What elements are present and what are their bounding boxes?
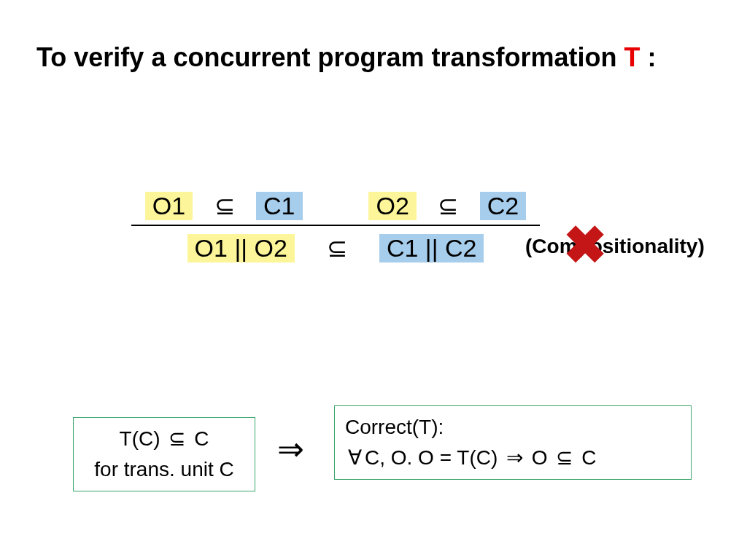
- inference-rule: O1 ⊆ C1 O2 ⊆ C2 O1 || O2 ⊆ C1 || C2: [131, 191, 540, 262]
- rule-line: [131, 225, 540, 226]
- text: C: [188, 427, 209, 450]
- term-c1: C1: [256, 192, 302, 220]
- box-correctness: Correct(T): ∀C, O. O = T(C) ⇒ O ⊆ C: [334, 405, 692, 480]
- rule-conclusion: O1 || O2 ⊆ C1 || C2: [131, 233, 540, 262]
- text: T(C): [120, 427, 166, 450]
- term-c2: C2: [480, 192, 526, 220]
- slide: To verify a concurrent program transform…: [0, 0, 747, 560]
- forall-icon: ∀: [345, 446, 365, 469]
- box-left-line2: for trans. unit C: [84, 454, 244, 485]
- subset-icon: ⊆: [166, 427, 188, 450]
- subset-icon: ⊆: [553, 446, 576, 469]
- title-suffix: :: [640, 42, 656, 72]
- box-right-line1: Correct(T):: [345, 412, 681, 443]
- term-o1o2: O1 || O2: [187, 234, 295, 262]
- slide-title: To verify a concurrent program transform…: [36, 42, 711, 73]
- text: C, O. O = T(C): [365, 446, 503, 469]
- title-prefix: To verify a concurrent program transform…: [36, 42, 624, 72]
- title-t: T: [624, 42, 640, 72]
- text: C: [576, 446, 596, 469]
- term-o2: O2: [368, 192, 416, 220]
- implies-icon: ⇒: [274, 430, 307, 468]
- box-right-line2: ∀C, O. O = T(C) ⇒ O ⊆ C: [345, 443, 681, 473]
- subset-icon: ⊆: [324, 233, 350, 262]
- rule-premises: O1 ⊆ C1 O2 ⊆ C2: [131, 191, 540, 223]
- term-c1c2: C1 || C2: [379, 234, 484, 262]
- box-premise: T(C) ⊆ C for trans. unit C: [73, 417, 255, 491]
- box-left-line1: T(C) ⊆ C: [84, 424, 244, 454]
- subset-icon: ⊆: [435, 191, 461, 220]
- subset-icon: ⊆: [212, 191, 238, 220]
- rule-label: (Compositionality): [525, 235, 705, 258]
- text: O: [526, 446, 553, 469]
- term-o1: O1: [145, 192, 193, 220]
- implies-icon: ⇒: [503, 446, 526, 469]
